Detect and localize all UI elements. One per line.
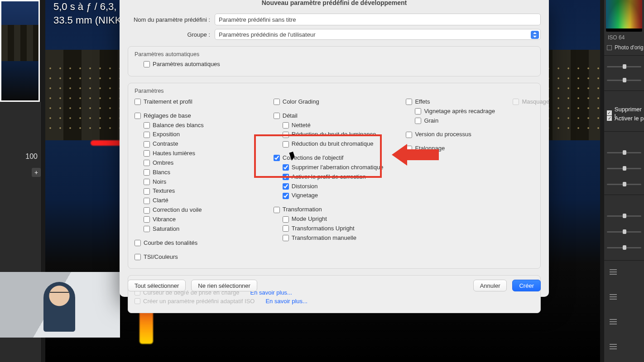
shadows-checkbox[interactable] (144, 160, 150, 166)
noise-lum-checkbox[interactable] (283, 132, 289, 138)
effects-checkbox[interactable] (406, 99, 412, 105)
color-grading-checkbox[interactable] (274, 99, 280, 105)
remove-ca-checkbox[interactable] (283, 164, 289, 171)
treatment-checkbox[interactable] (135, 99, 141, 105)
slider-stub[interactable] (607, 229, 641, 235)
menu-icon[interactable] (610, 321, 617, 322)
section-heading: Paramètres (135, 88, 534, 94)
clarity-checkbox[interactable] (144, 198, 150, 204)
sharpness-checkbox[interactable] (283, 122, 289, 129)
upright-transforms-checkbox[interactable] (283, 225, 289, 232)
checkbox-label: Paramètres automatiques (153, 60, 220, 69)
saturation-checkbox[interactable] (144, 226, 150, 232)
vignetting-checkbox[interactable] (283, 193, 289, 199)
slider-stub[interactable] (607, 149, 641, 156)
group-label: Groupe : (128, 31, 215, 38)
contrast-checkbox[interactable] (144, 141, 150, 148)
iso-label: ISO 64 (608, 34, 625, 41)
post-crop-vignette-checkbox[interactable] (415, 108, 421, 114)
slider-stub[interactable] (607, 181, 641, 187)
dehaze-checkbox[interactable] (144, 207, 150, 214)
photo-thumbnail (0, 0, 40, 102)
preset-name-input[interactable] (215, 14, 541, 25)
grain-checkbox[interactable] (415, 118, 421, 124)
histogram (606, 0, 642, 32)
distortion-checkbox[interactable] (283, 183, 289, 190)
select-all-button[interactable]: Tout sélectionner (128, 280, 186, 291)
annotation-arrow-icon (392, 144, 439, 166)
new-preset-dialog: Nouveau paramètre prédéfini de développe… (120, 0, 549, 297)
blacks-checkbox[interactable] (144, 179, 150, 185)
auto-params-panel: Paramètres automatiques Paramètres autom… (128, 46, 541, 76)
menu-icon[interactable] (610, 346, 617, 347)
basic-checkbox[interactable] (135, 113, 141, 119)
vibrance-checkbox[interactable] (144, 216, 150, 223)
tsi-checkbox[interactable] (135, 254, 141, 260)
lens-corrections-checkbox[interactable] (274, 155, 280, 161)
slider-stub[interactable] (607, 213, 641, 219)
upright-mode-checkbox[interactable] (283, 216, 289, 223)
slider-stub[interactable] (607, 165, 641, 171)
exposure-checkbox[interactable] (144, 132, 150, 138)
slider-stub[interactable] (607, 77, 641, 83)
whites-checkbox[interactable] (144, 169, 150, 176)
slider-stub[interactable] (607, 244, 641, 251)
dialog-title: Nouveau paramètre prédéfini de développe… (120, 0, 549, 6)
select-none-button[interactable]: Ne rien sélectionner (191, 280, 257, 291)
settings-panel: Paramètres Traitement et profil Réglages… (128, 83, 541, 269)
chevron-updown-icon (531, 31, 539, 39)
manual-transform-checkbox[interactable] (283, 235, 289, 241)
dialog-footer: Tout sélectionner Ne rien sélectionner A… (128, 280, 541, 291)
activate-checkbox[interactable]: ✓Activer le p (607, 115, 644, 122)
section-heading: Paramètres automatiques (135, 51, 534, 57)
add-icon[interactable]: + (32, 168, 41, 177)
right-panel: ISO 64 Photo d'orig ✓Supprimer l ✓Active… (604, 0, 644, 362)
auto-params-checkbox[interactable] (144, 61, 150, 67)
group-select[interactable]: Paramètres prédédinis de l'utilisateur (215, 29, 541, 40)
wb-checkbox[interactable] (144, 122, 150, 129)
original-photo-checkbox[interactable]: Photo d'orig (607, 44, 644, 51)
menu-icon[interactable] (610, 272, 617, 272)
preset-name-label: Nom du paramètre prédéfini : (128, 16, 215, 23)
slider-stub[interactable] (607, 63, 641, 70)
enable-profile-checkbox[interactable] (283, 174, 289, 180)
create-button[interactable]: Créer (512, 280, 541, 291)
noise-chroma-checkbox[interactable] (283, 141, 289, 148)
iso-adaptive-checkbox (135, 298, 140, 304)
process-version-checkbox[interactable] (406, 132, 412, 138)
transformation-checkbox[interactable] (274, 207, 280, 213)
highlights-checkbox[interactable] (144, 150, 150, 157)
cancel-button[interactable]: Annuler (473, 280, 507, 291)
slider-value: 100 (25, 152, 38, 161)
textures-checkbox[interactable] (144, 188, 150, 195)
detail-checkbox[interactable] (274, 113, 280, 119)
webcam-overlay (0, 272, 120, 338)
learn-more-link[interactable]: En savoir plus... (265, 298, 308, 305)
menu-icon[interactable] (610, 296, 617, 297)
masking-checkbox (513, 99, 519, 105)
tone-curve-checkbox[interactable] (135, 240, 141, 246)
